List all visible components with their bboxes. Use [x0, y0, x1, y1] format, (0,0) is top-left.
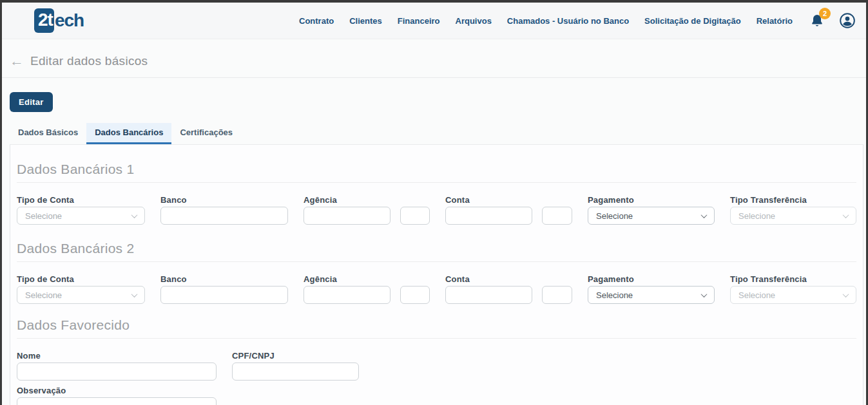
- section-title-favorecido: Dados Favorecido: [17, 317, 856, 333]
- bank2-conta-field: Conta: [445, 274, 572, 304]
- nav-item-financeiro[interactable]: Financeiro: [398, 16, 440, 26]
- main-nav: Contrato Clientes Financeiro Arquivos Ch…: [299, 16, 793, 26]
- favorecido-row: Nome CPF/CNPJ: [17, 351, 856, 381]
- chevron-down-icon: [843, 291, 849, 297]
- nav-item-contrato[interactable]: Contrato: [299, 16, 334, 26]
- bank1-tipo-conta-value: Selecione: [25, 211, 62, 221]
- bank1-banco-label: Banco: [160, 195, 288, 205]
- section-divider: [17, 261, 856, 262]
- section-title-bank1: Dados Bancários 1: [17, 162, 856, 177]
- favorecido-observacao-label: Observação: [17, 386, 217, 395]
- bank2-conta-input[interactable]: [445, 286, 532, 304]
- nav-item-chamados[interactable]: Chamados - Usuário no Banco: [507, 16, 629, 26]
- bank2-agencia-field: Agência: [304, 274, 430, 304]
- nav-item-relatorio[interactable]: Relatório: [757, 16, 793, 26]
- favorecido-nome-field: Nome: [17, 351, 217, 381]
- chevron-down-icon: [701, 291, 708, 297]
- section-divider: [17, 338, 856, 339]
- bank2-tipo-transferencia-select[interactable]: Selecione: [730, 286, 856, 304]
- bank1-banco-input[interactable]: [160, 207, 288, 225]
- favorecido-cpf-cnpj-input[interactable]: [232, 363, 359, 381]
- bank1-tipo-conta-select[interactable]: Selecione: [17, 207, 145, 225]
- bank1-tipo-transferencia-field: Tipo Transferência Selecione: [730, 195, 856, 225]
- tab-bar: Dados Básicos Dados Bancários Certificaç…: [10, 123, 866, 144]
- logo-box: 2t: [34, 8, 54, 33]
- page-title: Editar dados básicos: [30, 54, 148, 68]
- app-window: 2t ech Contrato Clientes Financeiro Arqu…: [0, 0, 868, 405]
- favorecido-observacao-textarea[interactable]: [17, 397, 217, 405]
- bank2-row: Tipo de Conta Selecione Banco Agência Co…: [17, 274, 856, 304]
- favorecido-nome-input[interactable]: [17, 363, 217, 381]
- bank2-banco-input[interactable]: [160, 286, 288, 304]
- bank2-tipo-transferencia-value: Selecione: [738, 290, 775, 300]
- bank1-pagamento-label: Pagamento: [588, 195, 715, 205]
- bank1-pagamento-field: Pagamento Selecione: [588, 195, 715, 225]
- bank1-conta-field: Conta: [445, 195, 572, 225]
- nav-item-clientes[interactable]: Clientes: [349, 16, 382, 26]
- chevron-down-icon: [131, 212, 138, 218]
- tab-certificacoes[interactable]: Certificações: [171, 123, 241, 144]
- bank1-tipo-conta-label: Tipo de Conta: [17, 195, 145, 205]
- chevron-down-icon: [701, 212, 708, 218]
- header-divider: [2, 77, 866, 78]
- chevron-down-icon: [131, 291, 138, 297]
- bank1-tipo-transferencia-label: Tipo Transferência: [730, 195, 856, 205]
- bank1-agencia-field: Agência: [304, 195, 430, 225]
- tab-content-card: Dados Bancários 1 Tipo de Conta Selecion…: [10, 144, 863, 405]
- bank2-tipo-conta-label: Tipo de Conta: [17, 274, 145, 284]
- favorecido-observacao-field: Observação: [17, 381, 217, 405]
- bank1-tipo-transferencia-select[interactable]: Selecione: [730, 207, 856, 225]
- bank2-banco-label: Banco: [160, 274, 288, 284]
- section-divider: [17, 182, 856, 183]
- bank1-conta-label: Conta: [445, 195, 572, 205]
- bank2-agencia-input[interactable]: [304, 286, 391, 304]
- favorecido-nome-label: Nome: [17, 351, 217, 361]
- edit-button[interactable]: Editar: [10, 92, 53, 112]
- bank1-agencia-digito-input[interactable]: [400, 207, 430, 225]
- favorecido-cpf-cnpj-field: CPF/CNPJ: [232, 351, 359, 381]
- bank1-pagamento-select[interactable]: Selecione: [588, 207, 715, 225]
- bank1-pagamento-value: Selecione: [596, 211, 633, 221]
- bank1-conta-input[interactable]: [445, 207, 532, 225]
- bank2-banco-field: Banco: [160, 274, 288, 304]
- bank1-agencia-input[interactable]: [304, 207, 391, 225]
- bank2-conta-digito-input[interactable]: [542, 286, 572, 304]
- bank2-pagamento-label: Pagamento: [588, 274, 715, 284]
- bank1-row: Tipo de Conta Selecione Banco Agência Co…: [17, 195, 856, 225]
- notification-badge: 2: [819, 8, 831, 19]
- bank2-pagamento-field: Pagamento Selecione: [588, 274, 715, 304]
- nav-item-arquivos[interactable]: Arquivos: [456, 16, 492, 26]
- tab-dados-basicos[interactable]: Dados Básicos: [10, 123, 86, 144]
- bank2-agencia-label: Agência: [304, 274, 430, 284]
- bank1-tipo-transferencia-value: Selecione: [738, 211, 775, 221]
- user-circle-icon: [839, 12, 856, 29]
- bank2-conta-label: Conta: [445, 274, 572, 284]
- logo-suffix: ech: [55, 10, 84, 31]
- app-logo[interactable]: 2t ech: [34, 8, 84, 33]
- bank2-agencia-digito-input[interactable]: [400, 286, 430, 304]
- chevron-down-icon: [843, 212, 849, 218]
- section-title-bank2: Dados Bancários 2: [17, 241, 856, 256]
- bank1-banco-field: Banco: [160, 195, 288, 225]
- arrow-left-icon[interactable]: ←: [10, 54, 24, 68]
- favorecido-cpf-cnpj-label: CPF/CNPJ: [232, 351, 359, 361]
- tab-dados-bancarios[interactable]: Dados Bancários: [86, 123, 171, 144]
- bank1-agencia-label: Agência: [304, 195, 430, 205]
- notifications-button[interactable]: 2: [809, 12, 825, 29]
- bank1-tipo-conta-field: Tipo de Conta Selecione: [17, 195, 145, 225]
- bank2-tipo-conta-field: Tipo de Conta Selecione: [17, 274, 145, 304]
- page-header: ← Editar dados básicos: [10, 54, 866, 68]
- nav-item-solicitacao-digitacao[interactable]: Solicitação de Digitação: [644, 16, 741, 26]
- account-menu-button[interactable]: [839, 12, 856, 29]
- top-navbar: 2t ech Contrato Clientes Financeiro Arqu…: [2, 3, 866, 39]
- nav-icons: 2: [809, 12, 860, 29]
- bank2-pagamento-select[interactable]: Selecione: [588, 286, 715, 304]
- bank2-tipo-conta-value: Selecione: [25, 290, 62, 300]
- bank1-conta-digito-input[interactable]: [542, 207, 572, 225]
- bank2-tipo-transferencia-field: Tipo Transferência Selecione: [730, 274, 856, 304]
- bank2-pagamento-value: Selecione: [596, 290, 633, 300]
- bank2-tipo-conta-select[interactable]: Selecione: [17, 286, 145, 304]
- bank2-tipo-transferencia-label: Tipo Transferência: [730, 274, 856, 284]
